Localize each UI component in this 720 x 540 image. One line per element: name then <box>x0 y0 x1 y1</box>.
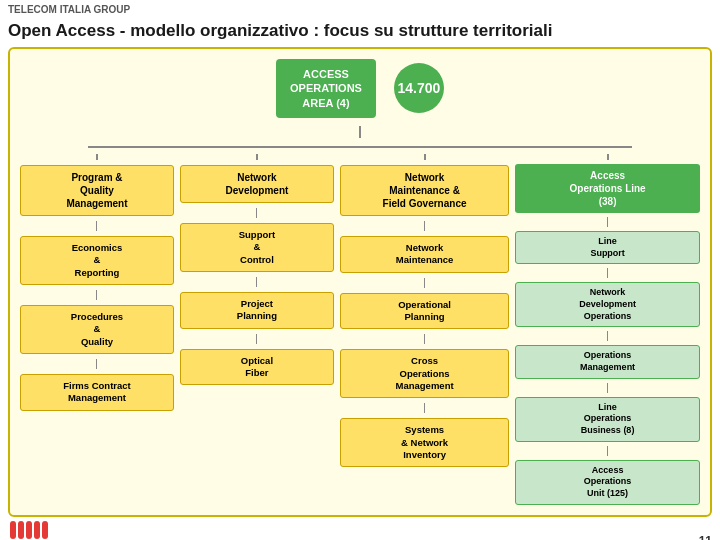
col2-line2 <box>256 277 257 287</box>
telecom-logo: TELECOM <box>8 521 49 540</box>
footer: TELECOM 11 <box>0 517 720 540</box>
columns-row: Program &QualityManagement Economics&Rep… <box>20 154 700 505</box>
col2-line3 <box>256 334 257 344</box>
col3-header: NetworkMaintenance &Field Governance <box>340 165 509 216</box>
col4-line2 <box>607 268 608 278</box>
column-4: AccessOperations Line(38) LineSupport Ne… <box>515 154 700 505</box>
access-ops-box: ACCESSOPERATIONSAREA (4) <box>276 59 376 118</box>
company-name: TELECOM ITALIA GROUP <box>0 0 720 19</box>
col1-line3 <box>96 359 97 369</box>
col4-line1 <box>607 217 608 227</box>
col1-connector <box>96 154 98 160</box>
col4-line3 <box>607 331 608 341</box>
column-3: NetworkMaintenance &Field Governance Net… <box>340 154 509 467</box>
col2-child-2: ProjectPlanning <box>180 292 334 329</box>
col2-header: NetworkDevelopment <box>180 165 334 203</box>
column-1: Program &QualityManagement Economics&Rep… <box>20 154 174 411</box>
col3-child-1: NetworkMaintenance <box>340 236 509 273</box>
col3-line4 <box>424 403 425 413</box>
col1-child-3: Firms ContractManagement <box>20 374 174 411</box>
h-connector <box>20 140 700 152</box>
main-container: ACCESSOPERATIONSAREA (4) 14.700 Program … <box>8 47 712 517</box>
col3-child-3: CrossOperationsManagement <box>340 349 509 398</box>
col3-line2 <box>424 278 425 288</box>
col3-child-4: Systems& NetworkInventory <box>340 418 509 467</box>
col2-child-1: Support&Control <box>180 223 334 272</box>
col1-child-2: Procedures&Quality <box>20 305 174 354</box>
col2-child-3: OpticalFiber <box>180 349 334 386</box>
col4-header: AccessOperations Line(38) <box>515 164 700 213</box>
column-2: NetworkDevelopment Support&Control Proje… <box>180 154 334 385</box>
v-connector-top <box>20 126 700 138</box>
col4-child-5: AccessOperationsUnit (125) <box>515 460 700 505</box>
col3-connector <box>424 154 426 160</box>
page-title: Open Access - modello organizzativo : fo… <box>0 19 720 47</box>
col1-line1 <box>96 221 97 231</box>
col1-header: Program &QualityManagement <box>20 165 174 216</box>
col3-child-2: OperationalPlanning <box>340 293 509 330</box>
col4-connector <box>515 154 700 160</box>
col1-line2 <box>96 290 97 300</box>
col2-line1 <box>256 208 257 218</box>
number-badge: 14.700 <box>394 63 444 113</box>
col3-line3 <box>424 334 425 344</box>
col3-line1 <box>424 221 425 231</box>
col4-child-4: LineOperationsBusiness (8) <box>515 397 700 442</box>
col4-child-3: OperationsManagement <box>515 345 700 378</box>
col4-child-2: NetworkDevelopmentOperations <box>515 282 700 327</box>
col4-child-1: LineSupport <box>515 231 700 264</box>
col2-connector <box>256 154 258 160</box>
col1-child-1: Economics&Reporting <box>20 236 174 285</box>
col4-line4 <box>607 383 608 393</box>
col4-line5 <box>607 446 608 456</box>
top-row: ACCESSOPERATIONSAREA (4) 14.700 <box>20 59 700 118</box>
page-number: 11 <box>699 534 712 540</box>
